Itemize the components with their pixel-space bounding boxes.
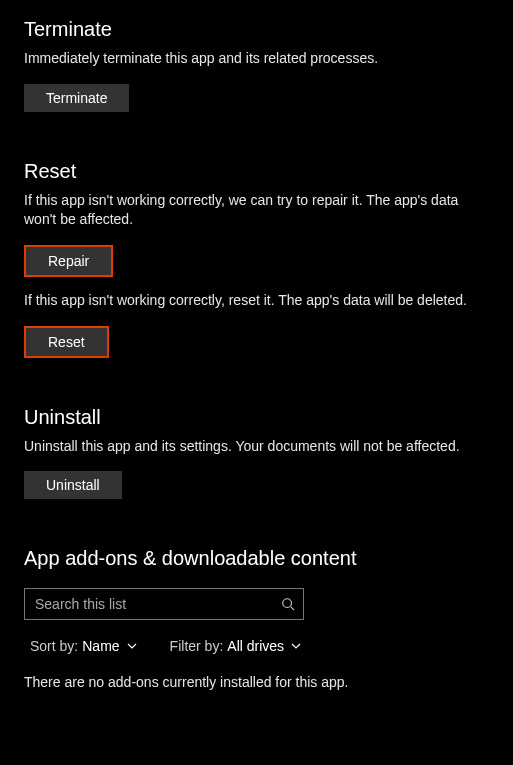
svg-point-0 (283, 599, 292, 608)
chevron-down-icon (290, 640, 302, 652)
search-input[interactable] (25, 596, 273, 612)
addons-search[interactable] (24, 588, 304, 620)
repair-description: If this app isn't working correctly, we … (24, 191, 489, 229)
sort-label: Sort by: (30, 638, 78, 654)
reset-button[interactable]: Reset (26, 328, 107, 356)
uninstall-description: Uninstall this app and its settings. You… (24, 437, 489, 456)
addons-empty-message: There are no add-ons currently installed… (24, 674, 489, 690)
addons-heading: App add-ons & downloadable content (24, 547, 489, 570)
filter-label: Filter by: (170, 638, 224, 654)
uninstall-button[interactable]: Uninstall (24, 471, 122, 499)
sort-value: Name (82, 638, 119, 654)
terminate-button[interactable]: Terminate (24, 84, 129, 112)
reset-heading: Reset (24, 160, 489, 183)
addons-section: App add-ons & downloadable content Sort … (24, 547, 489, 690)
chevron-down-icon (126, 640, 138, 652)
addons-filters: Sort by: Name Filter by: All drives (24, 638, 489, 654)
repair-button[interactable]: Repair (26, 247, 111, 275)
repair-highlight: Repair (24, 245, 113, 277)
filter-by-dropdown[interactable]: Filter by: All drives (170, 638, 302, 654)
terminate-heading: Terminate (24, 18, 489, 41)
terminate-description: Immediately terminate this app and its r… (24, 49, 489, 68)
search-icon[interactable] (273, 589, 303, 619)
sort-by-dropdown[interactable]: Sort by: Name (30, 638, 138, 654)
uninstall-section: Uninstall Uninstall this app and its set… (24, 406, 489, 500)
svg-line-1 (291, 607, 295, 611)
filter-value: All drives (227, 638, 284, 654)
uninstall-heading: Uninstall (24, 406, 489, 429)
reset-highlight: Reset (24, 326, 109, 358)
reset-description: If this app isn't working correctly, res… (24, 291, 489, 310)
terminate-section: Terminate Immediately terminate this app… (24, 18, 489, 112)
reset-section: Reset If this app isn't working correctl… (24, 160, 489, 358)
